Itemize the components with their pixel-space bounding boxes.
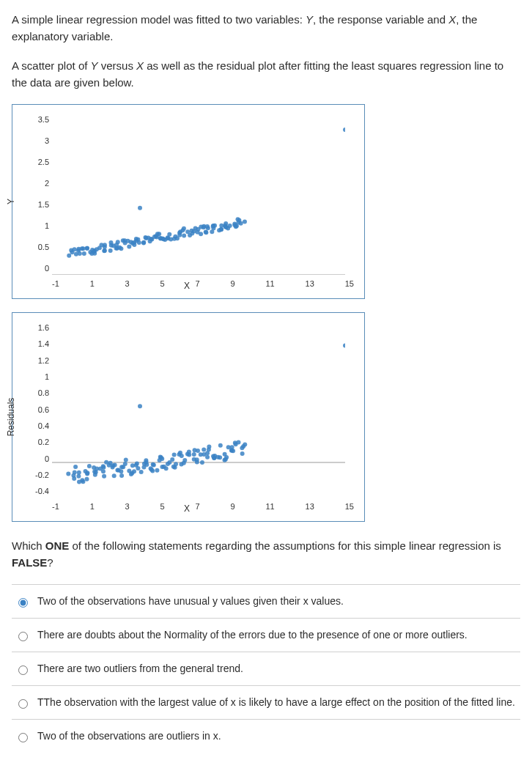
svg-point-182: [152, 462, 156, 467]
tick-label: 2: [26, 177, 49, 190]
svg-point-206: [187, 452, 191, 457]
option-label: There are doubts about the Normality of …: [37, 627, 468, 643]
svg-point-105: [219, 227, 223, 232]
svg-point-163: [124, 458, 128, 462]
emphasis-one: ONE: [45, 539, 70, 552]
tick-label: 7: [196, 278, 200, 290]
svg-point-236: [230, 445, 234, 449]
tick-label: 0.5: [26, 241, 49, 254]
svg-point-183: [155, 468, 159, 473]
tick-label: 0: [26, 453, 49, 465]
svg-point-197: [174, 462, 178, 466]
tick-label: 1: [26, 220, 49, 232]
y-axis-label: Residuals: [4, 398, 18, 437]
tick-label: 5: [160, 278, 165, 290]
option-label: Two of the observations have unusual y v…: [37, 594, 344, 609]
intro-paragraph-2: A scatter plot of Y versus X as well as …: [12, 58, 520, 91]
svg-point-235: [231, 449, 235, 453]
svg-point-227: [218, 455, 222, 460]
tick-label: 1.2: [26, 355, 49, 367]
question-text: Which ONE of the following statements re…: [12, 538, 520, 571]
tick-label: 13: [306, 278, 314, 290]
text: Which: [12, 539, 45, 552]
tick-label: -0.4: [26, 485, 49, 498]
tick-label: 1.6: [26, 322, 49, 334]
svg-point-212: [195, 457, 199, 462]
x-ticks: -113579111315: [52, 501, 354, 513]
tick-label: 1.5: [26, 199, 49, 211]
svg-point-195: [172, 453, 177, 457]
var-y: Y: [91, 59, 98, 72]
tick-label: 1: [26, 371, 49, 383]
option-row[interactable]: There are two outliers from the general …: [12, 652, 520, 686]
svg-point-46: [132, 243, 136, 247]
svg-point-30: [108, 240, 113, 245]
tick-label: 13: [306, 501, 314, 513]
svg-point-176: [144, 462, 149, 467]
svg-point-239: [236, 440, 240, 445]
option-row[interactable]: TThe observation with the largest value …: [12, 686, 520, 720]
svg-point-52: [141, 240, 146, 245]
svg-point-177: [144, 458, 148, 462]
svg-point-126: [72, 476, 76, 481]
svg-point-49: [137, 240, 141, 245]
svg-point-127: [73, 471, 77, 475]
svg-point-226: [218, 443, 223, 448]
tick-label: 3: [125, 501, 130, 513]
tick-label: 11: [265, 278, 274, 290]
svg-point-111: [228, 224, 232, 228]
svg-point-54: [144, 236, 149, 240]
svg-point-193: [170, 457, 174, 462]
tick-label: 0.8: [26, 387, 49, 399]
svg-point-160: [119, 473, 124, 478]
option-radio[interactable]: [18, 699, 28, 709]
option-row[interactable]: Two of the observations are outliers in …: [12, 720, 520, 753]
svg-point-93: [202, 225, 206, 229]
tick-label: 0.6: [26, 404, 49, 416]
svg-point-181: [149, 468, 154, 472]
option-radio[interactable]: [18, 665, 28, 675]
svg-point-215: [200, 460, 204, 465]
emphasis-false: FALSE: [12, 556, 47, 569]
svg-point-101: [213, 224, 217, 228]
svg-point-79: [182, 233, 186, 237]
svg-point-169: [132, 469, 136, 473]
intro-paragraph-1: A simple linear regression model was fit…: [12, 12, 520, 45]
text: A scatter plot of: [12, 59, 91, 72]
tick-label: -1: [52, 501, 59, 513]
svg-point-147: [101, 465, 106, 470]
option-label: TThe observation with the largest value …: [37, 695, 515, 710]
tick-label: 0: [26, 262, 49, 275]
scatter-plot-yx: Y 3.532.521.510.50 -113579111315 X: [12, 104, 365, 299]
svg-point-36: [119, 246, 123, 251]
tick-label: 15: [345, 278, 354, 290]
svg-point-1: [67, 254, 71, 258]
option-radio[interactable]: [18, 632, 28, 641]
options-list: Two of the observations have unusual y v…: [12, 585, 520, 753]
svg-point-217: [205, 455, 210, 460]
y-axis-label: Y: [4, 199, 18, 204]
option-radio[interactable]: [18, 733, 28, 742]
svg-point-27: [108, 248, 113, 253]
svg-point-90: [199, 232, 203, 236]
option-radio[interactable]: [18, 598, 28, 608]
svg-point-188: [160, 457, 164, 461]
residual-plot: Residuals 1.61.41.210.80.60.40.20-0.2-0.…: [12, 312, 365, 522]
plot-canvas: [52, 114, 345, 275]
svg-point-62: [155, 232, 160, 236]
svg-point-243: [243, 443, 247, 447]
svg-point-4: [73, 247, 77, 251]
option-row[interactable]: There are doubts about the Normality of …: [12, 619, 520, 652]
y-ticks: 3.532.521.510.50: [26, 114, 49, 275]
svg-point-22: [97, 246, 102, 250]
svg-point-172: [139, 470, 144, 474]
option-row[interactable]: Two of the observations have unusual y v…: [12, 585, 520, 619]
tick-label: 1: [90, 278, 95, 290]
svg-point-220: [207, 447, 211, 451]
svg-point-128: [73, 465, 78, 469]
tick-label: 0.4: [26, 420, 49, 432]
x-ticks: -113579111315: [52, 278, 354, 290]
svg-point-26: [103, 243, 107, 247]
svg-point-120: [243, 220, 247, 224]
tick-label: 9: [231, 278, 235, 290]
